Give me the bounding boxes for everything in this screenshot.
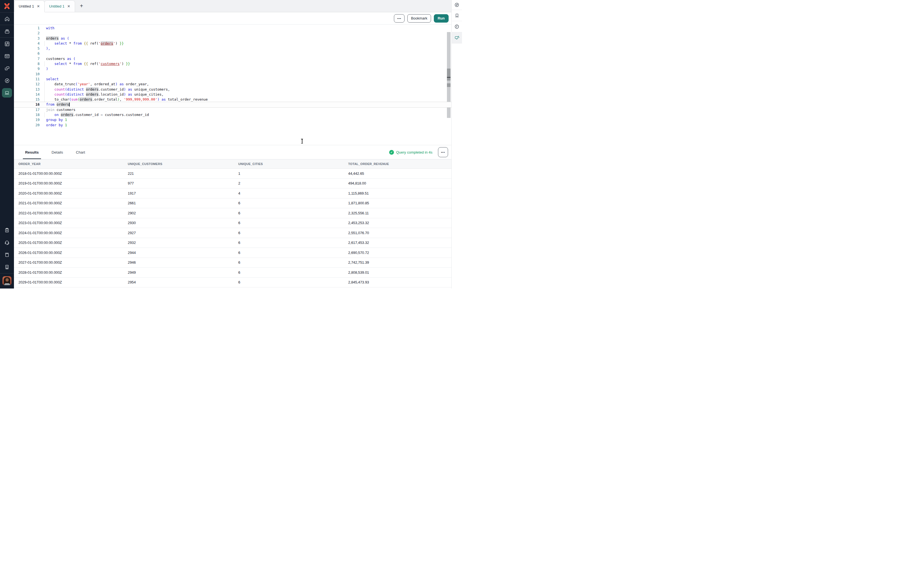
editor-tab[interactable]: Untitled 1✕ xyxy=(14,0,45,12)
code-line[interactable]: 10 xyxy=(14,72,451,77)
results-tab-bar: Results Details Chart ✓ Query completed … xyxy=(14,145,451,159)
editor-tab[interactable]: Untitled 1✕ xyxy=(44,0,75,12)
sidebar-item-projects[interactable] xyxy=(0,25,14,37)
right-sidebar-spacer xyxy=(452,44,462,288)
tab-chart[interactable]: Chart xyxy=(74,145,87,159)
sidebar-item-code[interactable] xyxy=(0,50,14,62)
code-line[interactable]: 12 date_trunc('year', ordered_at) as ord… xyxy=(14,82,451,87)
code-line[interactable]: 4 select * from {{ ref('orders') }} xyxy=(14,41,451,46)
table-cell: 1917 xyxy=(123,191,234,195)
table-row[interactable]: 2019-01-01T00:00:00.000Z9772494,818.00 xyxy=(14,179,451,189)
clipboard-icon xyxy=(4,227,10,233)
right-item-ai-chat[interactable] xyxy=(452,32,462,44)
line-number: 15 xyxy=(14,97,40,102)
results-more-button[interactable]: ••• xyxy=(438,147,448,157)
table-cell: 2024-01-01T00:00:00.000Z xyxy=(14,231,123,235)
line-number: 3 xyxy=(14,36,40,41)
code-line[interactable]: 8 select * from {{ ref('customers') }} xyxy=(14,61,451,66)
sidebar-item-org[interactable] xyxy=(0,261,14,273)
sidebar-item-components[interactable] xyxy=(0,62,14,74)
code-line[interactable]: 11select xyxy=(14,77,451,82)
table-row[interactable]: 2025-01-01T00:00:00.000Z293262,617,453.3… xyxy=(14,238,451,248)
code-text: join customers xyxy=(40,107,75,112)
code-line[interactable]: 5), xyxy=(14,46,451,51)
table-cell: 6 xyxy=(234,271,344,274)
code-line[interactable]: 18 on orders.customer_id = customers.cus… xyxy=(14,112,451,118)
sidebar-item-computer[interactable] xyxy=(0,87,14,99)
sidebar-item-apps[interactable] xyxy=(0,38,14,50)
scrollbar-thumb[interactable] xyxy=(447,69,451,81)
bookmark-button[interactable]: Bookmark xyxy=(407,14,431,23)
table-cell: 6 xyxy=(234,260,344,264)
column-header[interactable]: UNIQUE_CITIES xyxy=(234,162,344,166)
table-cell: 6 xyxy=(234,221,344,225)
table-row[interactable]: 2024-01-01T00:00:00.000Z292762,551,076.7… xyxy=(14,228,451,238)
table-row[interactable]: 2018-01-01T00:00:00.000Z221144,442.65 xyxy=(14,169,451,179)
table-row[interactable]: 2028-01-01T00:00:00.000Z294962,808,539.0… xyxy=(14,268,451,278)
table-cell: 2027-01-01T00:00:00.000Z xyxy=(14,260,123,264)
run-button[interactable]: Run xyxy=(434,14,449,23)
line-number: 4 xyxy=(14,41,40,46)
code-line[interactable]: 17join customers xyxy=(14,107,451,112)
code-line[interactable]: 15 to_char(sum(orders.order_total), '999… xyxy=(14,97,451,102)
user-avatar[interactable] xyxy=(3,276,11,285)
book-icon xyxy=(4,252,10,258)
code-line[interactable]: 2 xyxy=(14,31,451,35)
code-line[interactable]: 16from orders xyxy=(14,102,451,107)
code-text: customers as ( xyxy=(40,56,75,61)
table-row[interactable]: 2027-01-01T00:00:00.000Z294662,742,751.3… xyxy=(14,258,451,268)
sidebar-item-explore[interactable] xyxy=(0,74,14,87)
scrollbar-thumb[interactable] xyxy=(447,83,451,87)
code-line[interactable]: 9) xyxy=(14,66,451,71)
tab-results[interactable]: Results xyxy=(23,145,41,159)
table-row[interactable]: 2023-01-01T00:00:00.000Z293062,453,253.3… xyxy=(14,218,451,228)
code-line[interactable]: 6 xyxy=(14,51,451,56)
sql-editor[interactable]: 1with23orders as (4 select * from {{ ref… xyxy=(14,24,451,145)
table-row[interactable]: 2029-01-01T00:00:00.000Z295462,845,473.9… xyxy=(14,278,451,288)
sidebar-item-templates[interactable] xyxy=(0,224,14,236)
table-cell: 2,551,076.70 xyxy=(344,231,451,235)
sidebar-item-docs[interactable] xyxy=(0,249,14,261)
right-item-history[interactable] xyxy=(452,21,462,32)
table-cell: 2029-01-01T00:00:00.000Z xyxy=(14,280,123,284)
results-panel: Results Details Chart ✓ Query completed … xyxy=(14,145,451,288)
code-line[interactable]: 14 count(distinct orders.location_id) as… xyxy=(14,92,451,97)
close-icon[interactable]: ✕ xyxy=(67,4,70,8)
sidebar-item-home[interactable] xyxy=(0,13,14,25)
table-row[interactable]: 2020-01-01T00:00:00.000Z191741,115,869.5… xyxy=(14,189,451,198)
table-cell: 221 xyxy=(123,171,234,176)
sidebar-item-support[interactable] xyxy=(0,236,14,249)
code-line[interactable]: 13 count(distinct orders.customer_id) as… xyxy=(14,87,451,92)
column-header[interactable]: ORDER_YEAR xyxy=(14,162,123,166)
column-header[interactable]: TOTAL_ORDER_REVENUE xyxy=(344,162,451,166)
table-row[interactable]: 2021-01-01T00:00:00.000Z266161,871,800.8… xyxy=(14,198,451,208)
column-header[interactable]: UNIQUE_CUSTOMERS xyxy=(123,162,234,166)
table-row[interactable]: 2026-01-01T00:00:00.000Z294462,690,570.7… xyxy=(14,248,451,258)
tab-details[interactable]: Details xyxy=(49,145,65,159)
active-pill xyxy=(2,88,12,98)
table-cell: 2020-01-01T00:00:00.000Z xyxy=(14,191,123,195)
code-text: order by 1 xyxy=(40,122,67,128)
tab-strip: Untitled 1✕Untitled 1✕ xyxy=(14,0,75,12)
code-line[interactable]: 19group by 1 xyxy=(14,118,451,122)
table-row[interactable]: 2022-01-01T00:00:00.000Z290262,325,556.1… xyxy=(14,208,451,218)
hex-logo[interactable] xyxy=(0,0,14,12)
table-row[interactable]: 2030-01-01T00:00:00.000Z287961,841,049.3… xyxy=(14,287,451,288)
right-item-bookmarks[interactable] xyxy=(452,10,462,21)
line-number: 5 xyxy=(14,46,40,51)
table-cell: 6 xyxy=(234,211,344,215)
new-tab-button[interactable]: + xyxy=(75,0,88,12)
code-line[interactable]: 20order by 1 xyxy=(14,122,451,128)
table-cell: 2022-01-01T00:00:00.000Z xyxy=(14,211,123,215)
more-options-button[interactable]: ••• xyxy=(394,14,404,23)
editor-toolbar: ••• Bookmark Run xyxy=(14,12,451,24)
code-line[interactable]: 1with xyxy=(14,26,451,31)
close-icon[interactable]: ✕ xyxy=(37,4,40,8)
table-cell: 2,325,556.11 xyxy=(344,211,451,215)
code-line[interactable]: 3orders as ( xyxy=(14,36,451,41)
code-line[interactable]: 7customers as ( xyxy=(14,56,451,61)
line-number: 11 xyxy=(14,77,40,82)
right-item-explore[interactable] xyxy=(452,0,462,10)
line-number: 8 xyxy=(14,61,40,66)
laptop-icon xyxy=(4,90,10,96)
